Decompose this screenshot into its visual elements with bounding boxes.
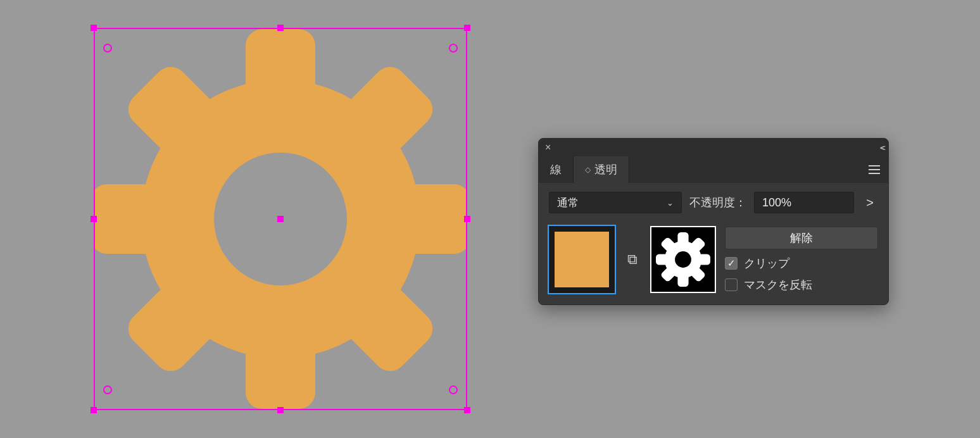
invert-checkbox-row[interactable]: マスクを反転 bbox=[725, 277, 878, 292]
svg-point-20 bbox=[675, 251, 691, 268]
selection-center[interactable] bbox=[277, 216, 284, 222]
tab-transparency[interactable]: ◇ 透明 bbox=[574, 156, 629, 183]
menu-icon bbox=[869, 165, 880, 174]
svg-rect-4 bbox=[246, 314, 315, 409]
svg-rect-8 bbox=[94, 184, 185, 254]
selection-anchor-tr[interactable] bbox=[449, 44, 458, 53]
clip-label: クリップ bbox=[744, 256, 789, 271]
mask-thumbnail[interactable] bbox=[650, 226, 716, 293]
artwork-thumbnail[interactable] bbox=[549, 226, 615, 293]
mask-link[interactable]: ⧉ bbox=[624, 251, 641, 268]
invert-label: マスクを反転 bbox=[744, 277, 812, 292]
panel-titlebar[interactable]: × << bbox=[539, 139, 888, 156]
blend-mode-dropdown[interactable]: 通常 ⌄ bbox=[549, 192, 682, 213]
selection-handle-ml[interactable] bbox=[91, 216, 97, 222]
canvas-artboard[interactable] bbox=[94, 28, 467, 410]
release-button[interactable]: 解除 bbox=[725, 227, 878, 249]
blend-mode-value: 通常 bbox=[557, 196, 579, 210]
chevron-icon: ◇ bbox=[585, 165, 591, 174]
panel-tabs: 線 ◇ 透明 bbox=[539, 156, 888, 183]
mask-thumbnail-gear bbox=[656, 232, 710, 287]
artwork-thumbnail-swatch bbox=[555, 232, 609, 287]
selection-anchor-br[interactable] bbox=[449, 385, 458, 394]
selection-handle-mr[interactable] bbox=[464, 216, 470, 222]
selection-anchor-bl[interactable] bbox=[103, 385, 112, 394]
close-icon[interactable]: × bbox=[545, 142, 551, 153]
panel-menu-button[interactable] bbox=[860, 156, 888, 183]
selection-handle-bl[interactable] bbox=[91, 407, 97, 413]
collapse-icon[interactable]: << bbox=[880, 143, 882, 153]
opacity-input[interactable]: 100% bbox=[754, 192, 854, 213]
mask-row: ⧉ 解除 bbox=[539, 220, 888, 304]
opacity-value: 100% bbox=[762, 196, 791, 210]
selection-handle-tl[interactable] bbox=[91, 25, 97, 31]
clip-checkbox-row[interactable]: ✓ クリップ bbox=[725, 256, 878, 271]
selection-handle-bm[interactable] bbox=[277, 407, 284, 413]
release-button-label: 解除 bbox=[790, 230, 813, 246]
tab-stroke[interactable]: 線 bbox=[539, 156, 574, 183]
selection-anchor-tl[interactable] bbox=[103, 44, 112, 53]
svg-rect-3 bbox=[246, 29, 315, 124]
chevron-down-icon: ⌄ bbox=[667, 198, 674, 208]
tab-transparency-label: 透明 bbox=[594, 162, 617, 177]
selection-handle-tm[interactable] bbox=[277, 25, 284, 31]
svg-rect-7 bbox=[375, 184, 467, 254]
clip-checkbox[interactable]: ✓ bbox=[725, 257, 738, 270]
invert-checkbox[interactable] bbox=[725, 278, 738, 291]
tab-stroke-label: 線 bbox=[550, 162, 562, 177]
link-icon: ⧉ bbox=[627, 251, 638, 268]
selection-handle-tr[interactable] bbox=[464, 25, 470, 31]
transparency-panel: × << 線 ◇ 透明 通常 ⌄ 不透明度： 100% > bbox=[538, 138, 889, 305]
opacity-label: 不透明度： bbox=[689, 195, 746, 210]
blend-row: 通常 ⌄ 不透明度： 100% > bbox=[539, 183, 888, 220]
selection-handle-br[interactable] bbox=[464, 407, 470, 413]
opacity-more-button[interactable]: > bbox=[862, 192, 878, 213]
